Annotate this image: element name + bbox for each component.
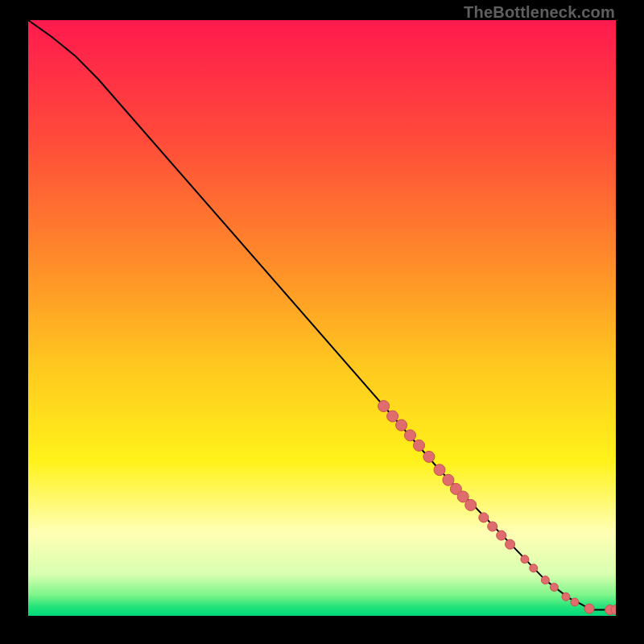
plot-svg bbox=[28, 20, 616, 616]
data-marker bbox=[521, 555, 529, 564]
data-marker bbox=[434, 464, 445, 476]
data-marker bbox=[479, 513, 489, 522]
data-marker bbox=[584, 604, 594, 613]
attribution-label: TheBottleneck.com bbox=[464, 3, 615, 22]
data-marker bbox=[550, 584, 558, 592]
gradient-bg bbox=[28, 20, 616, 616]
data-marker bbox=[562, 592, 570, 601]
chart-stage: TheBottleneck.com bbox=[0, 0, 644, 644]
data-marker bbox=[497, 530, 506, 540]
data-marker bbox=[530, 564, 538, 572]
data-marker bbox=[396, 419, 407, 431]
data-marker bbox=[387, 411, 398, 422]
data-marker bbox=[378, 401, 390, 412]
plot-area bbox=[28, 20, 616, 616]
data-marker bbox=[465, 499, 477, 510]
data-marker bbox=[506, 539, 515, 549]
data-marker bbox=[541, 576, 549, 584]
data-marker bbox=[443, 474, 454, 485]
data-marker bbox=[423, 451, 435, 462]
data-marker bbox=[571, 598, 579, 606]
data-marker bbox=[405, 430, 416, 441]
data-marker bbox=[488, 522, 497, 531]
data-marker bbox=[414, 440, 425, 451]
